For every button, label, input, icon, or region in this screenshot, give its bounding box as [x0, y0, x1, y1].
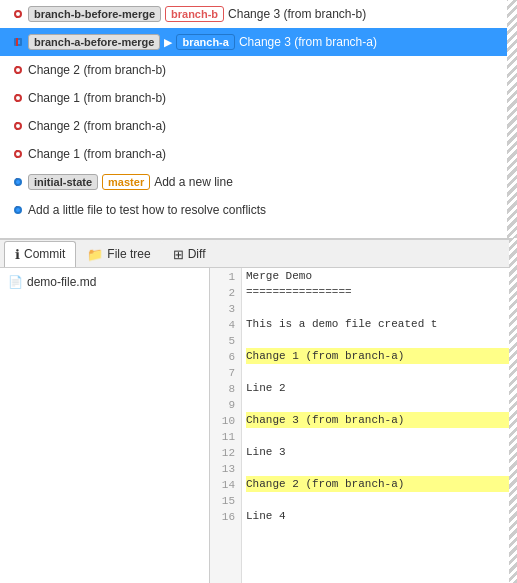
line-number: 10	[210, 412, 241, 428]
file-item[interactable]: 📄 demo-file.md	[0, 272, 209, 292]
code-line: Line 3	[246, 444, 513, 460]
commit-row[interactable]: Change 2 (from branch-b)	[0, 56, 517, 84]
commit-row[interactable]: Change 1 (from branch-b)	[0, 84, 517, 112]
code-content: Merge Demo================ This is a dem…	[242, 268, 517, 583]
info-icon: ℹ	[15, 247, 20, 262]
commit-message: Change 1 (from branch-b)	[28, 91, 166, 105]
code-line: ================	[246, 284, 513, 300]
branch-tag-before-merge-a[interactable]: branch-a-before-merge	[28, 34, 160, 50]
code-line: Merge Demo	[246, 268, 513, 284]
tab-diff-label: Diff	[188, 247, 206, 261]
commit-message: Add a little file to test how to resolve…	[28, 203, 266, 217]
tab-commit[interactable]: ℹ Commit	[4, 241, 76, 267]
line-number: 12	[210, 444, 241, 460]
code-line	[246, 428, 513, 444]
line-number: 2	[210, 284, 241, 300]
filetree-icon: 📁	[87, 247, 103, 262]
code-line	[246, 300, 513, 316]
code-line	[246, 332, 513, 348]
tabs-bar: ℹ Commit 📁 File tree ⊞ Diff	[0, 240, 517, 268]
line-number: 13	[210, 460, 241, 476]
branch-tag-initial[interactable]: initial-state	[28, 174, 98, 190]
branch-tag-master[interactable]: master	[102, 174, 150, 190]
file-name: demo-file.md	[27, 275, 96, 289]
jagged-edge-top	[507, 0, 517, 238]
tab-filetree[interactable]: 📁 File tree	[76, 241, 161, 267]
graph-col	[8, 10, 28, 18]
line-number: 6	[210, 348, 241, 364]
arrow-icon: ▶	[164, 36, 172, 49]
line-numbers: 12345678910111213141516	[210, 268, 242, 583]
code-line: Line 2	[246, 380, 513, 396]
commit-message: Change 3 (from branch-b)	[228, 7, 366, 21]
code-area: 12345678910111213141516 Merge Demo======…	[210, 268, 517, 583]
file-tree-panel: 📄 demo-file.md	[0, 268, 210, 583]
code-line: This is a demo file created t	[246, 316, 513, 332]
diff-icon: ⊞	[173, 247, 184, 262]
line-number: 7	[210, 364, 241, 380]
line-number: 14	[210, 476, 241, 492]
line-number: 16	[210, 508, 241, 524]
tab-diff[interactable]: ⊞ Diff	[162, 241, 217, 267]
line-number: 15	[210, 492, 241, 508]
code-line: Change 3 (from branch-a)	[246, 412, 513, 428]
graph-col	[8, 150, 28, 158]
jagged-edge-bottom	[509, 238, 517, 583]
commit-message: Change 2 (from branch-a)	[28, 119, 166, 133]
line-number: 4	[210, 316, 241, 332]
commit-row[interactable]: Change 2 (from branch-a)	[0, 112, 517, 140]
file-icon: 📄	[8, 275, 23, 289]
code-line	[246, 364, 513, 380]
tab-commit-label: Commit	[24, 247, 65, 261]
branch-tag-before-merge[interactable]: branch-b-before-merge	[28, 6, 161, 22]
code-line: Line 4	[246, 508, 513, 524]
graph-col	[8, 94, 28, 102]
bottom-panel: ℹ Commit 📁 File tree ⊞ Diff 📄 demo-file.…	[0, 240, 517, 583]
tab-filetree-label: File tree	[107, 247, 150, 261]
commit-row[interactable]: Add a little file to test how to resolve…	[0, 196, 517, 224]
graph-col	[8, 178, 28, 186]
graph-col	[8, 122, 28, 130]
code-line: Change 2 (from branch-a)	[246, 476, 513, 492]
line-number: 1	[210, 268, 241, 284]
commit-row[interactable]: initial-state master Add a new line	[0, 168, 517, 196]
commit-message: Add a new line	[154, 175, 233, 189]
code-line: Change 1 (from branch-a)	[246, 348, 513, 364]
commit-graph-panel: branch-b-before-merge branch-b Change 3 …	[0, 0, 517, 240]
line-number: 3	[210, 300, 241, 316]
commit-row[interactable]: branch-b-before-merge branch-b Change 3 …	[0, 0, 517, 28]
graph-col	[8, 66, 28, 74]
code-line	[246, 492, 513, 508]
branch-tag-branch-b[interactable]: branch-b	[165, 6, 224, 22]
graph-col	[8, 38, 28, 46]
line-number: 9	[210, 396, 241, 412]
commit-row-selected[interactable]: branch-a-before-merge ▶ branch-a Change …	[0, 28, 517, 56]
branch-tag-branch-a[interactable]: branch-a	[176, 34, 234, 50]
commit-message: Change 1 (from branch-a)	[28, 147, 166, 161]
graph-col	[8, 206, 28, 214]
commit-row[interactable]: Change 1 (from branch-a)	[0, 140, 517, 168]
commit-message: Change 3 (from branch-a)	[239, 35, 377, 49]
code-line	[246, 460, 513, 476]
code-line	[246, 396, 513, 412]
line-number: 11	[210, 428, 241, 444]
commit-message: Change 2 (from branch-b)	[28, 63, 166, 77]
line-number: 5	[210, 332, 241, 348]
line-number: 8	[210, 380, 241, 396]
content-area: 📄 demo-file.md 12345678910111213141516 M…	[0, 268, 517, 583]
